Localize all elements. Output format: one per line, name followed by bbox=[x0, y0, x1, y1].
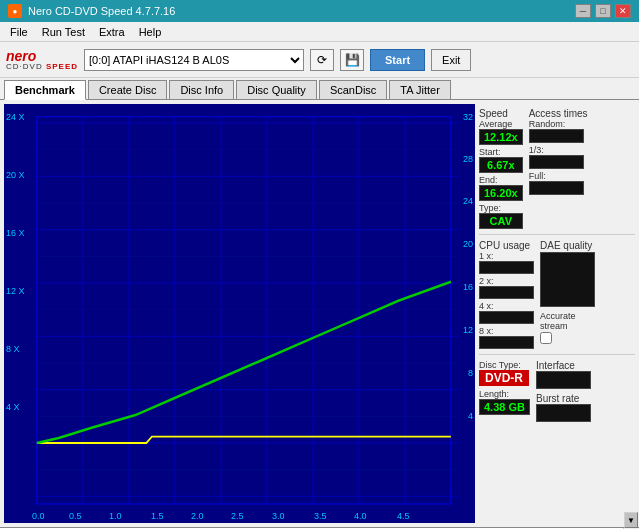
cpu-4x-value bbox=[479, 311, 534, 324]
toolbar: nero CD·DVD SPEED [0:0] ATAPI iHAS124 B … bbox=[0, 42, 639, 78]
start-label: Start: bbox=[479, 147, 523, 157]
disc-type-value: DVD-R bbox=[479, 370, 529, 386]
scroll-down-arrow[interactable]: ▼ bbox=[624, 512, 638, 528]
tab-benchmark[interactable]: Benchmark bbox=[4, 80, 86, 100]
chart-svg bbox=[4, 104, 475, 523]
cpu-4x-label: 4 x: bbox=[479, 301, 534, 311]
title-bar-controls: ─ □ ✕ bbox=[575, 4, 631, 18]
stream-label: stream bbox=[540, 321, 595, 331]
access-times-col: Access times Random: 1/3: Full: bbox=[529, 108, 588, 229]
speed-section: Speed Average 12.12x Start: 6.67x End: 1… bbox=[479, 104, 635, 231]
x-label-3: 3.0 bbox=[272, 511, 285, 521]
separator-1 bbox=[479, 234, 635, 235]
cpu-8x-value bbox=[479, 336, 534, 349]
title-bar-left: ● Nero CD-DVD Speed 4.7.7.16 bbox=[8, 4, 175, 18]
start-value: 6.67x bbox=[479, 157, 523, 173]
interface-label: Interface bbox=[536, 360, 591, 371]
x-label-05: 0.5 bbox=[69, 511, 82, 521]
burst-rate-label: Burst rate bbox=[536, 393, 591, 404]
x-label-25: 2.5 bbox=[231, 511, 244, 521]
chart-bg: 24 X 20 X 16 X 12 X 8 X 4 X 32 28 24 20 … bbox=[4, 104, 475, 523]
start-button[interactable]: Start bbox=[370, 49, 425, 71]
average-label: Average bbox=[479, 119, 523, 129]
x-label-1: 1.0 bbox=[109, 511, 122, 521]
nero-logo: nero CD·DVD SPEED bbox=[6, 49, 78, 71]
separator-2 bbox=[479, 354, 635, 355]
x-label-15: 1.5 bbox=[151, 511, 164, 521]
disc-info-col: Disc Type: DVD-R Length: 4.38 GB bbox=[479, 360, 530, 422]
menu-help[interactable]: Help bbox=[133, 25, 168, 39]
tab-create-disc[interactable]: Create Disc bbox=[88, 80, 167, 99]
title-bar-title: Nero CD-DVD Speed 4.7.7.16 bbox=[28, 5, 175, 17]
full-value bbox=[529, 181, 584, 195]
tab-disc-quality[interactable]: Disc Quality bbox=[236, 80, 317, 99]
accurate-stream-row: Accurate stream bbox=[540, 311, 595, 346]
accurate-label: Accurate bbox=[540, 311, 595, 321]
right-panel: Speed Average 12.12x Start: 6.67x End: 1… bbox=[479, 100, 639, 527]
random-value bbox=[529, 129, 584, 143]
save-button[interactable]: 💾 bbox=[340, 49, 364, 71]
length-value: 4.38 GB bbox=[479, 399, 530, 415]
disc-interface-row: Disc Type: DVD-R Length: 4.38 GB Interfa… bbox=[479, 358, 635, 424]
x-label-0: 0.0 bbox=[32, 511, 45, 521]
refresh-button[interactable]: ⟳ bbox=[310, 49, 334, 71]
dae-value bbox=[540, 252, 595, 307]
menu-extra[interactable]: Extra bbox=[93, 25, 131, 39]
minimize-button[interactable]: ─ bbox=[575, 4, 591, 18]
onethird-label: 1/3: bbox=[529, 145, 588, 155]
drive-select[interactable]: [0:0] ATAPI iHAS124 B AL0S bbox=[84, 49, 304, 71]
type-value: CAV bbox=[479, 213, 523, 229]
menu-bar: File Run Test Extra Help bbox=[0, 22, 639, 42]
cpu-8x-label: 8 x: bbox=[479, 326, 534, 336]
cpu-dae-row: CPU usage 1 x: 2 x: 4 x: 8 x: DAE qualit… bbox=[479, 238, 635, 351]
maximize-button[interactable]: □ bbox=[595, 4, 611, 18]
accurate-stream-checkbox[interactable] bbox=[540, 332, 552, 344]
tabs: Benchmark Create Disc Disc Info Disc Qua… bbox=[0, 78, 639, 100]
x-label-2: 2.0 bbox=[191, 511, 204, 521]
interface-value bbox=[536, 371, 591, 389]
type-label: Type: bbox=[479, 203, 523, 213]
cpu-1x-value bbox=[479, 261, 534, 274]
x-label-35: 3.5 bbox=[314, 511, 327, 521]
full-label: Full: bbox=[529, 171, 588, 181]
speed-label: Speed bbox=[479, 108, 523, 119]
burst-rate-value bbox=[536, 404, 591, 422]
disc-type-label: Disc Type: bbox=[479, 360, 530, 370]
menu-run-test[interactable]: Run Test bbox=[36, 25, 91, 39]
cpu-2x-label: 2 x: bbox=[479, 276, 534, 286]
app-icon: ● bbox=[8, 4, 22, 18]
length-label: Length: bbox=[479, 389, 530, 399]
average-value: 12.12x bbox=[479, 129, 523, 145]
chart-container: 24 X 20 X 16 X 12 X 8 X 4 X 32 28 24 20 … bbox=[4, 104, 475, 523]
onethird-value bbox=[529, 155, 584, 169]
dae-label: DAE quality bbox=[540, 240, 595, 251]
cpu-col: CPU usage 1 x: 2 x: 4 x: 8 x: bbox=[479, 240, 534, 349]
tab-ta-jitter[interactable]: TA Jitter bbox=[389, 80, 451, 99]
close-button[interactable]: ✕ bbox=[615, 4, 631, 18]
tab-disc-info[interactable]: Disc Info bbox=[169, 80, 234, 99]
random-label: Random: bbox=[529, 119, 588, 129]
svg-rect-25 bbox=[37, 117, 451, 504]
interface-burst-col: Interface Burst rate bbox=[536, 360, 591, 422]
main-area: 24 X 20 X 16 X 12 X 8 X 4 X 32 28 24 20 … bbox=[0, 100, 639, 527]
exit-button[interactable]: Exit bbox=[431, 49, 471, 71]
end-label: End: bbox=[479, 175, 523, 185]
x-label-45: 4.5 bbox=[397, 511, 410, 521]
dae-col: DAE quality Accurate stream bbox=[540, 240, 595, 349]
cpu-2x-value bbox=[479, 286, 534, 299]
nero-bottom-text: CD·DVD SPEED bbox=[6, 63, 78, 71]
access-times-label: Access times bbox=[529, 108, 588, 119]
nero-top-text: nero bbox=[6, 49, 78, 63]
end-value: 16.20x bbox=[479, 185, 523, 201]
title-bar: ● Nero CD-DVD Speed 4.7.7.16 ─ □ ✕ bbox=[0, 0, 639, 22]
menu-file[interactable]: File bbox=[4, 25, 34, 39]
x-label-4: 4.0 bbox=[354, 511, 367, 521]
speed-col: Speed Average 12.12x Start: 6.67x End: 1… bbox=[479, 108, 523, 229]
cpu-label: CPU usage bbox=[479, 240, 534, 251]
tab-scan-disc[interactable]: ScanDisc bbox=[319, 80, 387, 99]
cpu-1x-label: 1 x: bbox=[479, 251, 534, 261]
